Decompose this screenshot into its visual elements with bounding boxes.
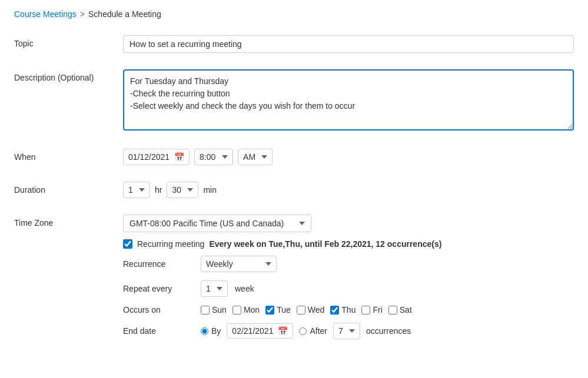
end-date-row: End date By 02/21/2021 📅 After	[123, 323, 574, 339]
time-select[interactable]: 8:00 8:30 9:00	[194, 149, 233, 165]
day-sat: Sat	[388, 305, 412, 315]
breadcrumb-current: Schedule a Meeting	[88, 9, 161, 19]
day-wed-label: Wed	[308, 305, 325, 315]
recurring-row: Recurring meeting Every week on Tue,Thu,…	[123, 239, 574, 249]
recurring-summary: Every week on Tue,Thu, until Feb 22,2021…	[209, 239, 441, 249]
when-label: When	[14, 149, 123, 162]
duration-label: Duration	[14, 182, 123, 195]
occurs-on-row: Occurs on Sun Mon Tue	[123, 305, 574, 315]
recurring-checkbox[interactable]	[123, 239, 132, 249]
day-tue: Tue	[265, 305, 291, 315]
end-date-calendar-icon: 📅	[278, 326, 288, 336]
min-label: min	[203, 185, 217, 195]
description-content: For Tuesday and Thursday -Check the recu…	[123, 69, 574, 132]
description-label: Description (Optional)	[14, 69, 123, 82]
end-date-value: 02/21/2021	[232, 326, 273, 336]
day-tue-label: Tue	[277, 305, 291, 315]
description-section: Description (Optional) For Tuesday and T…	[14, 69, 574, 132]
recurrence-row: Recurrence Daily Weekly Monthly No Fixed…	[123, 256, 574, 272]
breadcrumb-separator: >	[80, 9, 85, 19]
date-value: 01/12/2021	[128, 152, 170, 162]
duration-content: 0 1 2 3 hr 00 15 30 45 min	[123, 182, 574, 198]
day-thu: Thu	[330, 305, 356, 315]
recurrence-row-label: Recurrence	[123, 259, 194, 269]
duration-section: Duration 0 1 2 3 hr 00 15 30 45 min	[14, 182, 574, 198]
end-date-label: End date	[123, 326, 194, 336]
date-input[interactable]: 01/12/2021 📅	[123, 149, 190, 165]
recurrence-settings: Recurrence Daily Weekly Monthly No Fixed…	[123, 256, 574, 339]
topic-content	[123, 35, 574, 53]
description-input[interactable]: For Tuesday and Thursday -Check the recu…	[123, 69, 574, 131]
duration-hours-select[interactable]: 0 1 2 3	[123, 182, 150, 198]
timezone-label: Time Zone	[14, 215, 123, 228]
when-row: 01/12/2021 📅 8:00 8:30 9:00 AM PM	[123, 149, 574, 165]
duration-row: 0 1 2 3 hr 00 15 30 45 min	[123, 182, 574, 198]
duration-minutes-select[interactable]: 00 15 30 45	[167, 182, 198, 198]
when-content: 01/12/2021 📅 8:00 8:30 9:00 AM PM	[123, 149, 574, 165]
day-fri: Fri	[361, 305, 382, 315]
day-tue-checkbox[interactable]	[265, 306, 274, 315]
day-wed-checkbox[interactable]	[297, 306, 305, 315]
timezone-select[interactable]: GMT-08:00 Pacific Time (US and Canada) G…	[123, 215, 311, 232]
topic-input[interactable]	[123, 35, 574, 53]
day-wed: Wed	[297, 305, 325, 315]
day-fri-label: Fri	[373, 305, 382, 315]
ampm-select[interactable]: AM PM	[238, 149, 273, 165]
breadcrumb: Course Meetings > Schedule a Meeting	[14, 9, 574, 19]
after-option: After	[299, 326, 327, 336]
recurrence-select[interactable]: Daily Weekly Monthly No Fixed Time	[201, 256, 277, 272]
day-sun-checkbox[interactable]	[201, 306, 210, 315]
topic-label: Topic	[14, 35, 123, 48]
after-count-select[interactable]: 1 2 3 4 5 6 7 8	[333, 323, 360, 339]
topic-section: Topic	[14, 35, 574, 53]
repeat-every-row: Repeat every 1 2 3 4 week	[123, 280, 574, 297]
day-sun-label: Sun	[212, 305, 227, 315]
by-radio[interactable]	[201, 327, 208, 335]
breadcrumb-link[interactable]: Course Meetings	[14, 9, 77, 19]
by-label: By	[211, 326, 221, 336]
timezone-section: Time Zone GMT-08:00 Pacific Time (US and…	[14, 215, 574, 347]
timezone-content: GMT-08:00 Pacific Time (US and Canada) G…	[123, 215, 574, 347]
day-mon-checkbox[interactable]	[232, 306, 241, 315]
occurrences-label: occurrences	[366, 326, 411, 336]
end-date-options: By 02/21/2021 📅 After 1 2 3 4	[201, 323, 411, 339]
day-mon: Mon	[232, 305, 260, 315]
after-radio[interactable]	[299, 327, 307, 335]
end-date-input[interactable]: 02/21/2021 📅	[227, 323, 293, 339]
day-sat-label: Sat	[400, 305, 412, 315]
day-mon-label: Mon	[244, 305, 260, 315]
repeat-every-select[interactable]: 1 2 3 4	[201, 280, 228, 297]
calendar-icon: 📅	[174, 152, 184, 162]
day-thu-label: Thu	[341, 305, 356, 315]
day-thu-checkbox[interactable]	[330, 306, 339, 315]
when-section: When 01/12/2021 📅 8:00 8:30 9:00 AM PM	[14, 149, 574, 165]
day-sat-checkbox[interactable]	[388, 306, 397, 315]
by-option: By	[201, 326, 221, 336]
day-sun: Sun	[201, 305, 227, 315]
repeat-every-label: Repeat every	[123, 284, 194, 293]
days-row: Sun Mon Tue Wed	[201, 305, 412, 315]
occurs-on-label: Occurs on	[123, 305, 194, 315]
hr-label: hr	[155, 185, 162, 195]
repeat-every-unit: week	[235, 284, 254, 293]
recurring-label[interactable]: Recurring meeting	[137, 239, 204, 249]
after-label: After	[310, 326, 327, 336]
day-fri-checkbox[interactable]	[361, 306, 370, 315]
